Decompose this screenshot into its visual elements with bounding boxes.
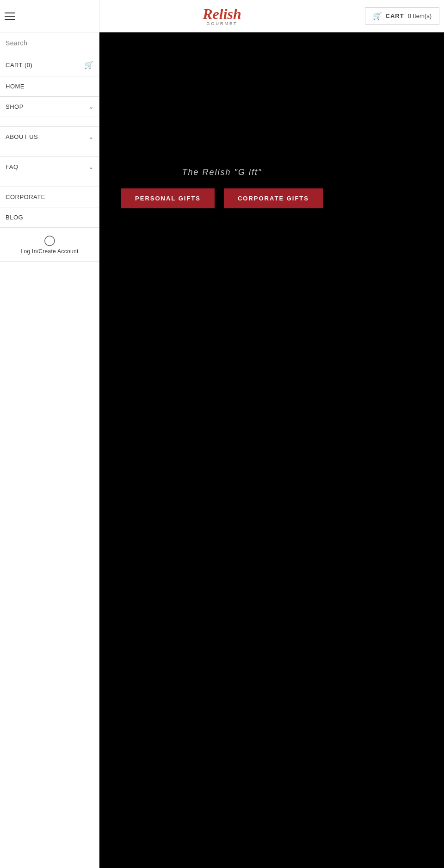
cart-header-count: 0 Item(s): [408, 12, 432, 19]
sidebar-item-blog[interactable]: BLOG: [0, 207, 99, 228]
account-icon: ◯: [44, 234, 56, 246]
cart-header-label: CART: [386, 12, 404, 19]
cart-header-icon: 🛒: [373, 12, 382, 20]
sidebar-nav-label-shop: SHOP: [6, 103, 24, 110]
sidebar-menu-icon[interactable]: [5, 12, 15, 20]
chevron-down-icon-about: ⌄: [89, 134, 93, 140]
sidebar-cart-button[interactable]: CART (0) 🛒: [0, 54, 99, 76]
faq-sub-item[interactable]: [6, 179, 99, 185]
sidebar-item-corporate[interactable]: CORPORATE: [0, 187, 99, 207]
sidebar-account-label: Log In/Create Account: [20, 248, 78, 255]
sidebar-top-bar: [0, 0, 99, 32]
search-input[interactable]: [6, 39, 93, 47]
hero-tagline: The Relish "G ift": [182, 168, 262, 177]
sidebar-account-button[interactable]: ◯ Log In/Create Account: [0, 228, 99, 262]
logo-subtext: GOURMET: [206, 21, 237, 26]
header-logo[interactable]: Relish GOURMET: [203, 6, 241, 26]
corporate-gifts-button[interactable]: CORPORATE GIFTS: [224, 188, 323, 208]
sidebar-nav-label-blog: BLOG: [6, 214, 23, 221]
chevron-down-icon-faq: ⌄: [89, 164, 93, 170]
faq-dropdown: [0, 177, 99, 187]
sidebar-nav-label-home: HOME: [6, 83, 25, 90]
cart-icon: 🛒: [84, 61, 93, 69]
chevron-down-icon: ⌄: [89, 104, 93, 110]
personal-gifts-button[interactable]: PERSONAL GIFTS: [121, 188, 215, 208]
sidebar-search-container: [0, 32, 99, 54]
sidebar-nav-label-faq: FAQ: [6, 163, 18, 170]
hero-buttons: PERSONAL GIFTS CORPORATE GIFTS: [121, 188, 323, 208]
sidebar-item-shop[interactable]: SHOP ⌄: [0, 97, 99, 117]
sidebar-item-faq[interactable]: FAQ ⌄: [0, 157, 99, 177]
header-cart-button[interactable]: 🛒 CART 0 Item(s): [365, 7, 439, 25]
sidebar-cart-label: CART (0): [6, 62, 32, 69]
sidebar-nav-label-corporate: CORPORATE: [6, 194, 45, 200]
sidebar: CART (0) 🛒 HOME SHOP ⌄ ABOUT US ⌄ FAQ ⌄ …: [0, 0, 99, 868]
logo-text: Relish: [203, 6, 241, 21]
about-sub-item[interactable]: [6, 149, 99, 155]
sidebar-item-home[interactable]: HOME: [0, 76, 99, 97]
sidebar-item-about[interactable]: ABOUT US ⌄: [0, 127, 99, 147]
sidebar-nav-label-about: ABOUT US: [6, 133, 38, 140]
about-dropdown: [0, 147, 99, 157]
shop-sub-item[interactable]: [6, 119, 99, 125]
shop-dropdown: [0, 117, 99, 127]
